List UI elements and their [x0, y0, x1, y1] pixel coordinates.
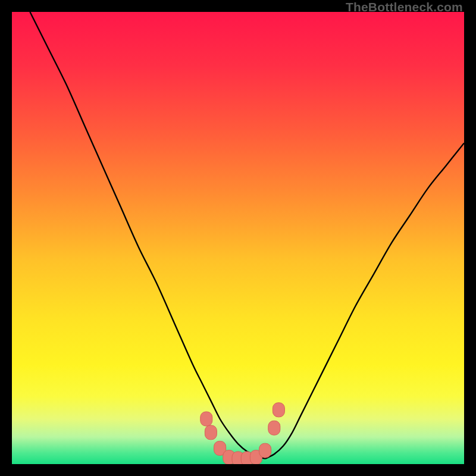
curves-layer [12, 12, 464, 464]
data-marker [205, 425, 217, 440]
watermark-text: TheBottleneck.com [346, 0, 463, 14]
chart-frame: TheBottleneck.com [0, 0, 476, 476]
left-curve [30, 12, 265, 459]
data-marker [259, 443, 271, 458]
data-marker [268, 421, 280, 435]
data-marker [201, 412, 212, 426]
right-curve [265, 143, 464, 458]
data-marker [273, 403, 284, 417]
plot-area [12, 12, 464, 464]
